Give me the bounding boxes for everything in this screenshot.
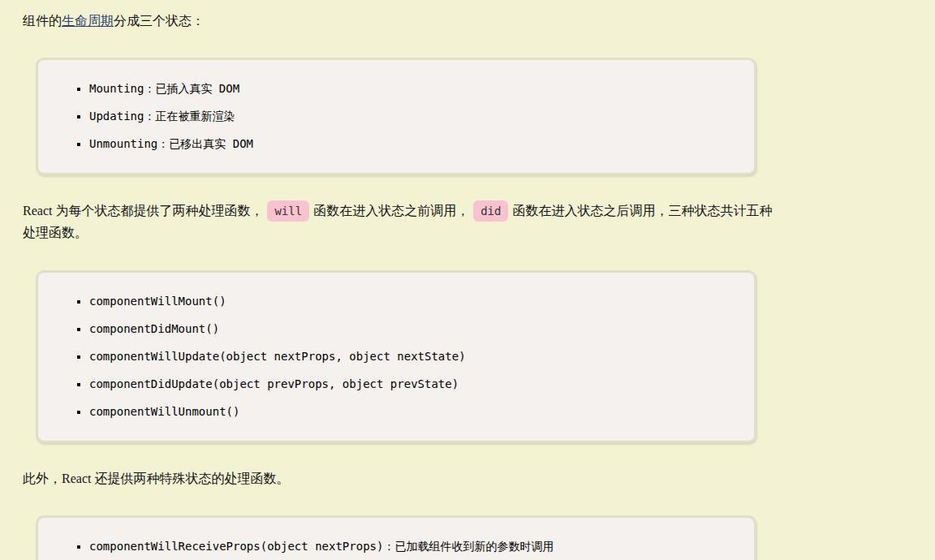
list-item-componentwillreceiveprops: componentWillReceiveProps(object nextPro… [89, 538, 738, 555]
list-item-componentdidupdate: componentDidUpdate(object prevProps, obj… [89, 376, 738, 393]
list-item-componentwillupdate: componentWillUpdate(object nextProps, ob… [89, 348, 738, 365]
list-item-mounting: Mounting：已插入真实 DOM [89, 80, 738, 97]
lifecycle-methods-list: componentWillMount() componentDidMount()… [54, 293, 738, 420]
list-item-updating: Updating：正在被重新渲染 [89, 108, 738, 125]
will-code-chip: will [267, 200, 309, 222]
handlers-text-1: React 为每个状态都提供了两种处理函数， [23, 204, 263, 218]
special-methods-box: componentWillReceiveProps(object nextPro… [36, 515, 756, 560]
list-item-unmounting: Unmounting：已移出真实 DOM [89, 136, 738, 153]
list-item-componentdidmount: componentDidMount() [89, 321, 738, 338]
list-item-componentwillmount: componentWillMount() [89, 293, 738, 310]
special-intro-paragraph: 此外，React 还提供两种特殊状态的处理函数。 [23, 467, 781, 489]
lifecycle-methods-box: componentWillMount() componentDidMount()… [36, 270, 756, 443]
page: { "colors": { "page_background": "#f3f3d… [0, 0, 935, 560]
list-item-componentwillunmount: componentWillUnmount() [89, 403, 738, 420]
intro-text-before-link: 组件的 [23, 14, 62, 28]
special-methods-list: componentWillReceiveProps(object nextPro… [54, 538, 738, 560]
states-list: Mounting：已插入真实 DOM Updating：正在被重新渲染 Unmo… [54, 80, 738, 153]
handlers-paragraph: React 为每个状态都提供了两种处理函数，will函数在进入状态之前调用，di… [23, 200, 781, 243]
did-code-chip: did [473, 200, 508, 222]
article-content: 组件的生命周期分成三个状态： Mounting：已插入真实 DOM Updati… [0, 0, 935, 560]
handlers-text-2: 函数在进入状态之前调用， [313, 204, 469, 218]
intro-text-after-link: 分成三个状态： [114, 14, 205, 28]
lifecycle-link[interactable]: 生命周期 [62, 14, 114, 28]
intro-paragraph: 组件的生命周期分成三个状态： [23, 10, 781, 32]
states-box: Mounting：已插入真实 DOM Updating：正在被重新渲染 Unmo… [36, 58, 756, 175]
